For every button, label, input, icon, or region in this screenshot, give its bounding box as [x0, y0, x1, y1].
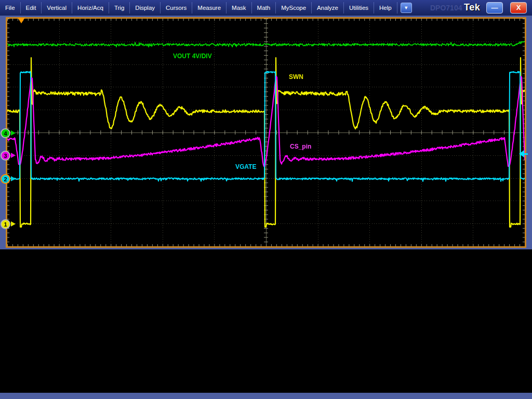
channel-marker-4[interactable]: 4 [1, 128, 10, 138]
menu-item-math[interactable]: Math [252, 2, 276, 14]
waveform-display[interactable] [7, 19, 525, 246]
channel-zero-arrow-2[interactable] [11, 176, 16, 181]
menu-item-file[interactable]: File [0, 2, 21, 14]
channel-marker-2[interactable]: 2 [1, 174, 10, 184]
model-label: DPO7104 [430, 4, 462, 12]
channel-marker-1[interactable]: 1 [1, 219, 10, 229]
menu-bar: FileEditVerticalHoriz/AcqTrigDisplayCurs… [0, 2, 397, 14]
menu-overflow-button[interactable]: ▼ [401, 3, 412, 13]
minimize-button[interactable]: — [486, 2, 503, 14]
menu-item-vertical[interactable]: Vertical [42, 2, 72, 14]
channel-zero-arrow-4[interactable] [11, 130, 16, 136]
menu-item-help[interactable]: Help [374, 2, 397, 14]
menu-item-analyze[interactable]: Analyze [312, 2, 344, 14]
readout-region: C1200V/div1MΩBW:250MC24.0V/div1MΩBW:20.0… [0, 249, 532, 393]
graticule-frame [6, 17, 526, 248]
channel-zero-arrow-1[interactable] [11, 221, 16, 227]
menu-item-mask[interactable]: Mask [227, 2, 251, 14]
menu-item-display[interactable]: Display [130, 2, 161, 14]
menu-item-horizacq[interactable]: Horiz/Acq [72, 2, 109, 14]
tek-logo: Tek [464, 2, 480, 13]
title-bar: FileEditVerticalHoriz/AcqTrigDisplayCurs… [0, 0, 532, 16]
channel-marker-3[interactable]: 3 [1, 151, 10, 161]
menu-item-cursors[interactable]: Cursors [161, 2, 192, 14]
menu-item-trig[interactable]: Trig [109, 2, 130, 14]
menu-item-myscope[interactable]: MyScope [276, 2, 312, 14]
trigger-level-arrow-tail [523, 153, 528, 155]
close-button[interactable]: X [510, 2, 527, 14]
menu-item-measure[interactable]: Measure [192, 2, 227, 14]
channel-zero-arrow-3[interactable] [11, 153, 16, 158]
trigger-position-marker[interactable] [18, 18, 25, 23]
menu-item-edit[interactable]: Edit [21, 2, 42, 14]
menu-item-utilities[interactable]: Utilities [344, 2, 374, 14]
